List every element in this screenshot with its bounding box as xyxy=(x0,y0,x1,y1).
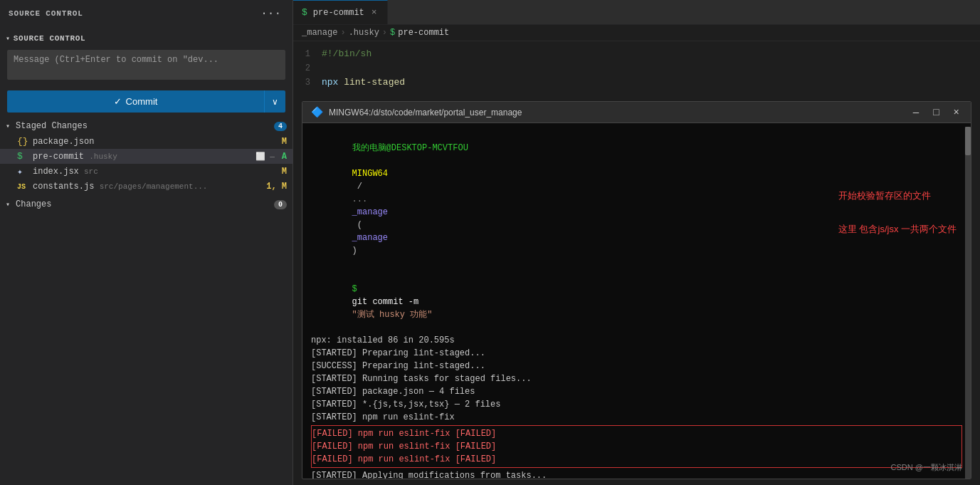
terminal-git-cmd-line: $ git commit -m "测试 husky 功能" xyxy=(311,270,962,334)
terminal-user-host: 我的电脑@DESKTOP-MCVTFOU xyxy=(352,143,468,153)
terminal-prompt-line: 我的电脑@DESKTOP-MCVTFOU MINGW64 / ... _mana… xyxy=(311,129,962,270)
code-line-3: 3 npx lint-staged xyxy=(293,75,980,90)
terminal-output-line: [STARTED] npm run eslint-fix xyxy=(311,411,962,424)
sidebar-more-button[interactable]: ··· xyxy=(258,6,284,21)
commit-dropdown-button[interactable]: ∨ xyxy=(264,90,285,113)
tab-close-button[interactable]: × xyxy=(370,6,379,19)
js-file-icon: JS xyxy=(17,183,28,191)
terminal-dollar-prompt: $ xyxy=(352,284,362,294)
commit-message-input[interactable] xyxy=(7,50,285,80)
message-input-container xyxy=(0,46,293,88)
file-name: package.json xyxy=(33,137,278,147)
breadcrumb-dollar-icon: $ xyxy=(390,28,395,38)
chevron-down-icon: ∨ xyxy=(272,97,278,107)
file-status-badge: M xyxy=(282,167,287,177)
terminal-output-line: [STARTED] Preparing lint-staged... xyxy=(311,347,962,360)
terminal-output-line: [STARTED] Applying modifications from ta… xyxy=(311,469,962,479)
commit-checkmark-icon: ✓ xyxy=(114,96,122,107)
staged-changes-header[interactable]: ▾ Staged Changes 4 xyxy=(0,118,293,134)
react-file-icon: ✦ xyxy=(17,166,28,177)
staged-changes-section: ▾ Staged Changes 4 {} package.json M $ p… xyxy=(0,118,293,194)
changes-section: ▾ Changes 0 xyxy=(0,197,293,212)
failed-line: [FAILED] npm run eslint-fix [FAILED] xyxy=(312,427,961,440)
terminal-output-line: [STARTED] *.{js,ts,jsx,tsx} — 2 files xyxy=(311,398,962,411)
terminal-window: 🔷 MINGW64:/d/sto/code/market/portal_user… xyxy=(302,101,971,479)
staged-changes-header-left: ▾ Staged Changes xyxy=(6,121,88,131)
terminal-app-icon: 🔷 xyxy=(311,106,323,118)
scrollbar-thumb[interactable] xyxy=(965,127,971,155)
terminal-branch: _manage xyxy=(352,233,388,243)
code-editor: 1 #!/bin/sh 2 3 npx lint-staged xyxy=(293,41,980,95)
breadcrumb-file: pre-commit xyxy=(398,28,449,38)
terminal-git-cmd: git commit -m xyxy=(352,297,424,307)
breadcrumb-path2: .husky xyxy=(349,28,379,38)
scrollbar[interactable] xyxy=(965,127,971,479)
terminal-body: 我的电脑@DESKTOP-MCVTFOU MINGW64 / ... _mana… xyxy=(302,123,971,479)
staged-changes-label: Staged Changes xyxy=(16,121,88,131)
changes-header-left: ▾ Changes xyxy=(6,199,51,209)
shell-file-icon: $ xyxy=(17,151,28,162)
sidebar-header-title: SOURCE CONTROL xyxy=(9,9,83,18)
file-name: pre-commit .husky xyxy=(33,152,251,162)
changes-label: Changes xyxy=(16,199,51,209)
commit-label: Commit xyxy=(126,96,158,107)
list-item[interactable]: JS constants.js src/pages/management... … xyxy=(0,179,293,194)
terminal-controls: — □ × xyxy=(910,107,962,118)
changes-badge: 0 xyxy=(274,200,287,209)
sidebar: SOURCE CONTROL ··· ▾ SOURCE CONTROL ✓ Co… xyxy=(0,0,293,485)
terminal-dots: ... xyxy=(352,194,368,204)
terminal-maximize-button[interactable]: □ xyxy=(930,107,942,118)
file-name: index.jsx src xyxy=(33,167,278,177)
breadcrumb-sep2: › xyxy=(382,28,387,38)
file-status-badge: 1, M xyxy=(266,182,287,192)
terminal-commit-msg: "测试 husky 功能" xyxy=(352,310,433,320)
tab-label: pre-commit xyxy=(313,8,364,18)
code-line-1: 1 #!/bin/sh xyxy=(293,47,980,61)
file-status-badge: A xyxy=(282,152,287,162)
terminal-path: _manage xyxy=(352,207,388,217)
main-area: $ pre-commit × _manage › .husky › $ pre-… xyxy=(293,0,980,485)
chevron-down-icon: ▾ xyxy=(6,122,10,130)
list-item[interactable]: ✦ index.jsx src M xyxy=(0,164,293,179)
terminal-output-line: [STARTED] Running tasks for staged files… xyxy=(311,372,962,385)
file-action-icons: ⬜ — xyxy=(255,152,275,161)
terminal-shell: MINGW64 xyxy=(352,169,388,179)
terminal-output-line: [SUCCESS] Preparing lint-staged... xyxy=(311,360,962,372)
shell-tab-icon: $ xyxy=(302,7,307,18)
source-control-label: SOURCE CONTROL xyxy=(14,34,86,43)
list-item[interactable]: {} package.json M xyxy=(0,134,293,149)
list-item[interactable]: $ pre-commit .husky ⬜ — A xyxy=(0,149,293,164)
terminal-spacer xyxy=(352,156,357,166)
terminal-output-line: npx: installed 86 in 20.595s xyxy=(311,334,962,347)
staged-changes-badge: 4 xyxy=(274,122,287,131)
breadcrumb: _manage › .husky › $ pre-commit xyxy=(293,25,980,41)
terminal-slash: / xyxy=(352,182,362,192)
chevron-down-icon: ▾ xyxy=(6,34,11,43)
terminal-titlebar: 🔷 MINGW64:/d/sto/code/market/portal_user… xyxy=(302,102,971,123)
tab-pre-commit[interactable]: $ pre-commit × xyxy=(293,0,388,24)
failed-output-box: [FAILED] npm run eslint-fix [FAILED] [FA… xyxy=(311,425,962,468)
source-control-section-header[interactable]: ▾ SOURCE CONTROL xyxy=(0,31,293,46)
terminal-paren-close: ) xyxy=(352,246,357,256)
terminal-title: MINGW64:/d/sto/code/market/portal_user_m… xyxy=(329,108,905,118)
file-status-badge: M xyxy=(282,137,287,147)
source-control-section: ▾ SOURCE CONTROL ✓ Commit ∨ ▾ Staged Cha… xyxy=(0,27,293,217)
sidebar-header: SOURCE CONTROL ··· xyxy=(0,0,293,27)
code-line-2: 2 xyxy=(293,61,980,75)
terminal-close-button[interactable]: × xyxy=(951,107,962,118)
file-name: constants.js src/pages/management... xyxy=(33,182,262,192)
failed-line: [FAILED] npm run eslint-fix [FAILED] xyxy=(312,453,961,466)
tab-bar: $ pre-commit × xyxy=(293,0,980,25)
changes-header[interactable]: ▾ Changes 0 xyxy=(0,197,293,212)
breadcrumb-sep1: › xyxy=(340,28,345,38)
commit-button[interactable]: ✓ Commit xyxy=(7,90,264,113)
commit-row: ✓ Commit ∨ xyxy=(7,90,285,113)
chevron-right-icon: ▾ xyxy=(6,200,10,209)
terminal-output-line: [STARTED] package.json — 4 files xyxy=(311,385,962,398)
watermark: CSDN @一颗冰淇淋 xyxy=(891,462,962,473)
failed-line: [FAILED] npm run eslint-fix [FAILED] xyxy=(312,440,961,453)
terminal-paren-open: ( xyxy=(352,220,362,230)
terminal-minimize-button[interactable]: — xyxy=(910,107,922,118)
json-file-icon: {} xyxy=(17,136,28,147)
breadcrumb-path1: _manage xyxy=(302,28,337,38)
